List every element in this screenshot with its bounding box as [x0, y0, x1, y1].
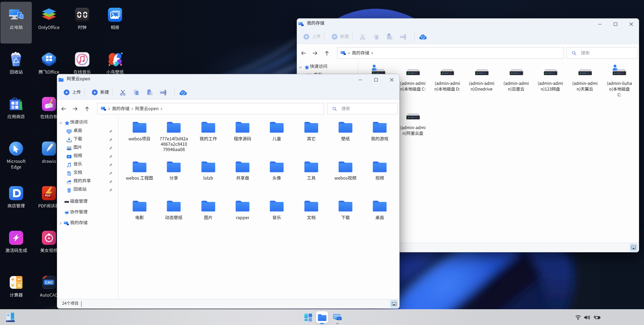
svg-text:CAD: CAD	[45, 280, 53, 284]
svg-text:PDF: PDF	[45, 194, 51, 197]
